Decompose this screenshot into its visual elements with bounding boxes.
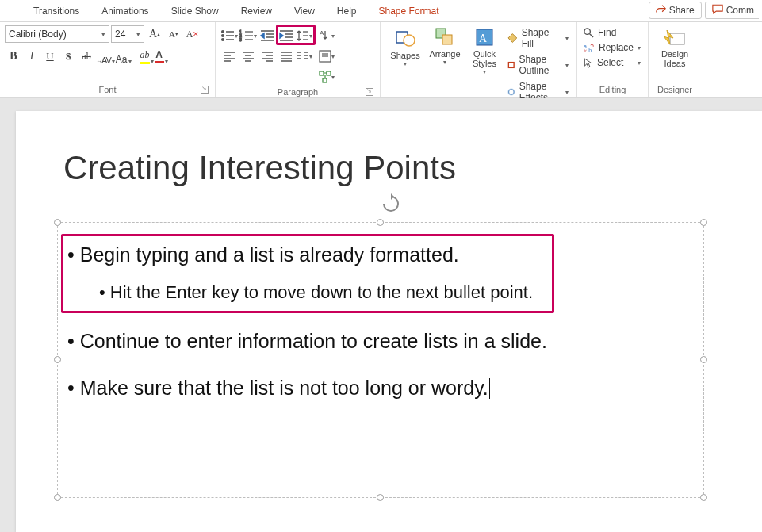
svg-rect-65	[670, 33, 684, 44]
chevron-down-icon: ▾	[565, 35, 569, 42]
quick-styles-icon: A	[474, 27, 495, 48]
bullets-button[interactable]: ▾	[220, 27, 238, 44]
slide[interactable]: Creating Interesting Points Begin typing…	[16, 111, 762, 532]
tab-slideshow[interactable]: Slide Show	[160, 0, 230, 22]
align-text-button[interactable]: ▾	[319, 48, 335, 65]
bullet-list[interactable]: Begin typing and a list is already forma…	[64, 243, 694, 423]
clear-formatting-button[interactable]: A✕	[184, 25, 201, 43]
font-dialog-launcher[interactable]	[201, 86, 209, 94]
svg-rect-58	[508, 63, 514, 68]
resize-handle[interactable]	[700, 219, 707, 226]
line-spacing-button[interactable]: ▾	[297, 27, 312, 44]
text-direction-button[interactable]: A ▾	[319, 27, 335, 44]
bold-button[interactable]: B	[5, 48, 22, 65]
replace-button[interactable]: ab Replace ▾	[584, 42, 641, 53]
shapes-label: Shapes	[390, 51, 419, 60]
tab-review[interactable]: Review	[230, 0, 283, 22]
tab-transitions[interactable]: Transitions	[22, 0, 90, 22]
char-spacing-button[interactable]: ↔AV▾	[96, 48, 115, 65]
content-placeholder[interactable]: Begin typing and a list is already forma…	[57, 222, 704, 498]
shapes-gallery-button[interactable]: Shapes ▾	[385, 25, 425, 79]
font-name-value: Calibri (Body)	[9, 29, 67, 40]
tab-view[interactable]: View	[283, 0, 326, 22]
svg-text:3: 3	[239, 37, 242, 42]
smartart-convert-button[interactable]: ▾	[319, 68, 335, 86]
align-center-button[interactable]	[239, 48, 257, 65]
group-designer: DesignIdeas Designer	[649, 22, 701, 97]
shape-fill-label: Shape Fill	[522, 27, 560, 49]
resize-handle[interactable]	[54, 219, 61, 226]
svg-point-2	[222, 35, 224, 37]
arrange-label: Arrange	[429, 49, 460, 59]
bullet-level2[interactable]: Hit the Enter key to move down to the ne…	[64, 282, 694, 303]
replace-icon: ab	[584, 43, 595, 53]
design-ideas-label: DesignIdeas	[661, 49, 688, 68]
design-ideas-button[interactable]: DesignIdeas	[655, 25, 695, 79]
chevron-down-icon: ▾	[638, 44, 641, 52]
quick-styles-label: QuickStyles	[473, 49, 496, 68]
bullet-level1[interactable]: Continue to enter information to create …	[64, 330, 694, 353]
ribbon: Calibri (Body) ▾ 24 ▾ A▴ A▾ A✕ B I U S a…	[0, 22, 762, 98]
tab-animations[interactable]: Animations	[90, 0, 159, 22]
quick-styles-button[interactable]: A QuickStyles ▾	[465, 25, 504, 79]
resize-handle[interactable]	[700, 494, 707, 501]
svg-point-61	[584, 28, 590, 33]
align-right-button[interactable]	[258, 48, 276, 65]
resize-handle[interactable]	[377, 494, 384, 501]
group-designer-label: Designer	[657, 85, 692, 94]
resize-handle[interactable]	[700, 356, 707, 363]
svg-text:a: a	[584, 44, 587, 49]
tab-help[interactable]: Help	[326, 0, 368, 22]
slide-title[interactable]: Creating Interesting Points	[63, 149, 456, 187]
separator	[136, 48, 136, 64]
svg-rect-49	[320, 71, 324, 75]
chevron-down-icon: ▾	[638, 59, 641, 67]
justify-button[interactable]	[278, 48, 295, 65]
resize-handle[interactable]	[54, 494, 61, 501]
strikethrough-button[interactable]: ab	[78, 48, 95, 65]
columns-button[interactable]: ▾	[297, 48, 312, 65]
svg-text:A: A	[320, 29, 324, 36]
group-font: Calibri (Body) ▾ 24 ▾ A▴ A▾ A✕ B I U S a…	[0, 22, 216, 97]
underline-button[interactable]: U	[41, 48, 59, 65]
tab-shape-format[interactable]: Shape Format	[368, 0, 450, 22]
shape-effects-icon	[507, 86, 515, 98]
find-button[interactable]: Find	[584, 27, 641, 38]
increase-indent-button[interactable]	[278, 27, 295, 44]
text-cursor	[489, 378, 490, 399]
share-button[interactable]: Share	[649, 2, 702, 19]
font-size-combo[interactable]: 24 ▾	[111, 25, 144, 43]
arrange-button[interactable]: Arrange ▾	[425, 25, 465, 79]
change-case-button[interactable]: Aa▾	[116, 48, 132, 65]
align-left-button[interactable]	[220, 48, 238, 65]
rotate-handle-icon[interactable]	[381, 193, 401, 214]
chevron-down-icon: ▾	[98, 30, 105, 38]
paragraph-dialog-launcher[interactable]	[366, 88, 373, 96]
resize-handle[interactable]	[377, 219, 384, 226]
italic-button[interactable]: I	[23, 48, 40, 65]
decrease-indent-button[interactable]	[258, 27, 276, 44]
shape-fill-button[interactable]: Shape Fill ▾	[507, 27, 569, 49]
comments-label: Comm	[726, 5, 754, 16]
group-editing: Find ab Replace ▾ Select ▾ Editing	[577, 22, 649, 97]
highlight-color-button[interactable]: ab ▾	[140, 48, 154, 65]
select-button[interactable]: Select ▾	[584, 57, 641, 68]
decrease-font-button[interactable]: A▾	[165, 25, 182, 43]
resize-handle[interactable]	[54, 356, 61, 363]
font-name-combo[interactable]: Calibri (Body) ▾	[5, 25, 109, 43]
font-color-button[interactable]: A ▾	[155, 48, 168, 65]
arrange-icon	[435, 27, 455, 48]
select-label: Select	[597, 57, 623, 68]
bullet-level1[interactable]: Make sure that the list is not too long …	[64, 377, 694, 400]
shadow-button[interactable]: S	[59, 48, 77, 65]
chevron-down-icon: ▾	[133, 30, 140, 38]
shape-fill-icon	[507, 33, 518, 44]
font-size-value: 24	[115, 29, 125, 40]
bullet-level1[interactable]: Begin typing and a list is already forma…	[64, 243, 694, 266]
numbering-button[interactable]: 123 ▾	[239, 27, 257, 44]
increase-font-button[interactable]: A▴	[146, 25, 163, 43]
svg-text:b: b	[588, 47, 592, 52]
chevron-down-icon: ▾	[483, 68, 486, 75]
comments-button[interactable]: Comm	[705, 2, 759, 19]
shape-outline-button[interactable]: Shape Outline ▾	[507, 54, 569, 76]
